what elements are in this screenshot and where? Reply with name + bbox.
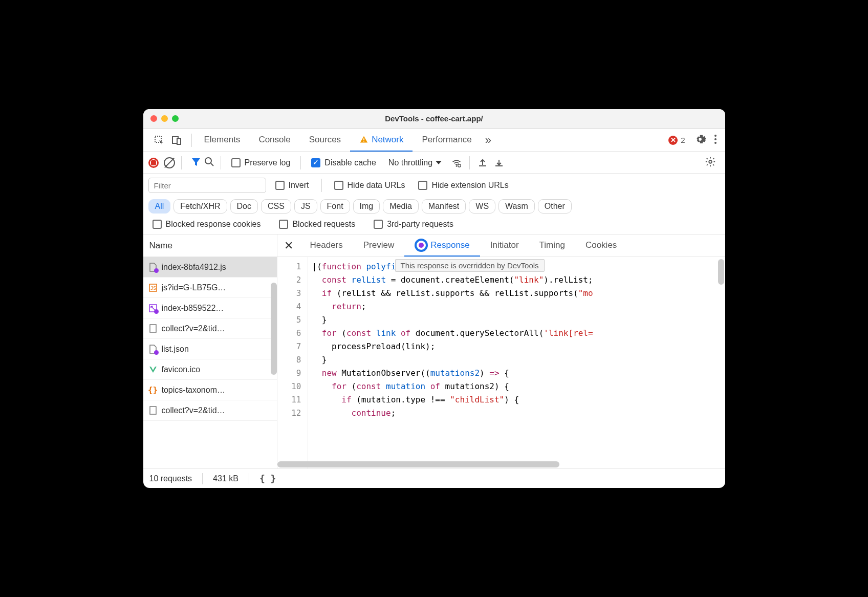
override-tooltip: This response is overridden by DevTools: [395, 259, 545, 272]
request-row[interactable]: favicon.ico: [143, 359, 277, 380]
throttling-select[interactable]: No throttling: [383, 158, 447, 167]
pretty-print-button[interactable]: { }: [259, 473, 276, 484]
chip-css[interactable]: CSS: [261, 199, 291, 214]
preserve-log-checkbox[interactable]: Preserve log: [227, 158, 295, 167]
tab-response[interactable]: Response: [404, 234, 480, 257]
code-content[interactable]: |(function polyfil const relList = docum…: [308, 257, 725, 468]
request-row[interactable]: JS js?id=G-LB75G…: [143, 278, 277, 298]
name-column-header[interactable]: Name: [143, 234, 277, 257]
request-row[interactable]: index-8bfa4912.js: [143, 257, 277, 278]
css-file-icon: [148, 304, 158, 313]
traffic-lights: [143, 115, 179, 122]
settings-gear-icon[interactable]: [690, 134, 710, 146]
tab-timing[interactable]: Timing: [529, 234, 575, 257]
download-icon[interactable]: [492, 156, 506, 169]
chip-media[interactable]: Media: [383, 199, 419, 214]
override-indicator-icon: [415, 239, 428, 252]
invert-checkbox[interactable]: Invert: [271, 181, 313, 190]
network-settings-gear-icon[interactable]: [701, 156, 720, 169]
tab-headers[interactable]: Headers: [300, 234, 353, 257]
vue-icon: [148, 365, 158, 374]
request-row[interactable]: collect?v=2&tid…: [143, 400, 277, 421]
close-detail-button[interactable]: ✕: [277, 234, 300, 257]
chip-fetch-xhr[interactable]: Fetch/XHR: [173, 199, 227, 214]
request-row[interactable]: collect?v=2&tid…: [143, 318, 277, 339]
request-list: index-8bfa4912.js JS js?id=G-LB75G… inde…: [143, 257, 277, 468]
svg-rect-2: [177, 139, 181, 144]
clear-button[interactable]: [164, 157, 175, 168]
svg-point-11: [458, 164, 461, 167]
main-split: Name index-8bfa4912.js JS js?id=G-LB75G…: [143, 234, 725, 468]
checkbox-icon: [374, 220, 383, 229]
chip-ws[interactable]: WS: [469, 199, 495, 214]
tab-sources[interactable]: Sources: [300, 129, 350, 152]
filter-input[interactable]: [148, 178, 266, 193]
checkbox-icon: [334, 181, 343, 190]
more-tabs-button[interactable]: »: [481, 134, 495, 147]
chevron-down-icon: [436, 161, 442, 164]
checkbox-icon: [279, 220, 288, 229]
doc-file-icon: [148, 324, 158, 333]
device-toolbar-icon[interactable]: [170, 134, 183, 147]
detail-panel: ✕ Headers Preview Response Initiator Tim…: [277, 234, 725, 468]
vertical-scrollbar[interactable]: [718, 259, 724, 285]
svg-point-6: [714, 138, 717, 140]
request-row[interactable]: index-b859522…: [143, 298, 277, 318]
divider: [469, 156, 470, 169]
tab-initiator[interactable]: Initiator: [480, 234, 529, 257]
third-party-checkbox[interactable]: 3rd-party requests: [370, 220, 458, 229]
network-conditions-icon[interactable]: [450, 156, 463, 169]
search-icon[interactable]: [204, 157, 214, 168]
tab-performance[interactable]: Performance: [413, 129, 481, 152]
divider: [202, 473, 203, 484]
chip-other[interactable]: Other: [538, 199, 572, 214]
tab-network[interactable]: Network: [350, 129, 413, 152]
checkbox-icon: [153, 220, 162, 229]
hide-extension-urls-checkbox[interactable]: Hide extension URLs: [414, 181, 512, 190]
tab-preview[interactable]: Preview: [353, 234, 404, 257]
svg-rect-3: [363, 138, 364, 140]
horizontal-scrollbar[interactable]: [277, 461, 559, 467]
hide-data-urls-checkbox[interactable]: Hide data URLs: [330, 181, 409, 190]
close-window-button[interactable]: [150, 115, 157, 122]
svg-point-5: [714, 135, 717, 137]
chip-js[interactable]: JS: [294, 199, 317, 214]
code-area: 123456789101112 |(function polyfil const…: [277, 257, 725, 468]
filter-icon[interactable]: [191, 157, 201, 168]
inspect-element-icon[interactable]: [153, 134, 166, 147]
checkbox-icon: [231, 158, 241, 167]
disable-cache-checkbox[interactable]: Disable cache: [307, 158, 380, 167]
chip-all[interactable]: All: [148, 199, 171, 214]
divider: [181, 156, 182, 169]
error-count-badge[interactable]: ✕ 2: [663, 136, 690, 145]
record-button[interactable]: [148, 158, 159, 168]
chip-doc[interactable]: Doc: [230, 199, 258, 214]
svg-point-8: [205, 158, 211, 164]
minimize-window-button[interactable]: [161, 115, 168, 122]
status-bar: 10 requests 431 kB { }: [143, 468, 725, 488]
js-file-icon: [148, 263, 158, 272]
tab-elements[interactable]: Elements: [195, 129, 250, 152]
more-menu-icon[interactable]: [710, 134, 721, 146]
request-count: 10 requests: [149, 474, 192, 483]
chip-wasm[interactable]: Wasm: [498, 199, 535, 214]
svg-point-12: [709, 160, 712, 163]
blocked-requests-checkbox[interactable]: Blocked requests: [275, 220, 359, 229]
request-row[interactable]: list.json: [143, 339, 277, 359]
upload-icon[interactable]: [476, 156, 489, 169]
tab-console[interactable]: Console: [249, 129, 299, 152]
svg-line-9: [211, 163, 213, 166]
error-icon: ✕: [668, 136, 678, 145]
json-braces-icon: {}: [148, 386, 158, 395]
chip-img[interactable]: Img: [353, 199, 380, 214]
chip-manifest[interactable]: Manifest: [422, 199, 466, 214]
divider: [300, 156, 301, 169]
maximize-window-button[interactable]: [172, 115, 179, 122]
request-row[interactable]: {} topics-taxonom…: [143, 380, 277, 400]
svg-point-10: [456, 165, 458, 167]
scrollbar[interactable]: [271, 283, 277, 375]
tab-cookies[interactable]: Cookies: [575, 234, 627, 257]
divider: [321, 179, 322, 192]
blocked-cookies-checkbox[interactable]: Blocked response cookies: [148, 220, 265, 229]
chip-font[interactable]: Font: [320, 199, 350, 214]
